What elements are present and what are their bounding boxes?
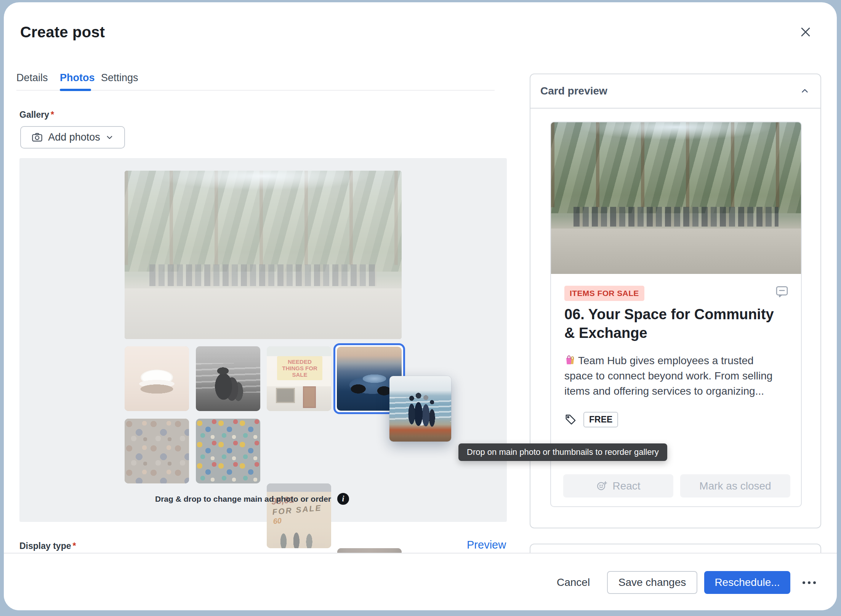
drag-tooltip: Drop on main photo or thumbnails to reor…	[458, 443, 667, 461]
card-photo	[551, 122, 801, 274]
thumbnail-secondhand-bags[interactable]	[125, 419, 189, 483]
tag-icon	[564, 413, 577, 426]
close-icon[interactable]	[796, 22, 815, 42]
required-asterisk: *	[71, 541, 76, 551]
add-photos-button[interactable]: Add photos	[20, 126, 125, 149]
tab-details[interactable]: Details	[16, 72, 48, 84]
thumbnail-family-beach-bw[interactable]	[196, 346, 260, 411]
mark-as-closed-button[interactable]: Mark as closed	[680, 474, 790, 498]
shopping-bags-icon	[564, 354, 576, 366]
gallery-label: Gallery*	[19, 110, 54, 120]
storefront-sign-text: NEEDED THINGS FOR SALE	[277, 356, 322, 381]
thumbnail-books[interactable]	[125, 346, 189, 411]
thumbnail-padlocks[interactable]	[196, 419, 260, 483]
info-icon[interactable]: i	[337, 493, 349, 505]
bottles	[273, 531, 325, 548]
active-tab-indicator	[60, 89, 91, 91]
tab-settings[interactable]: Settings	[101, 72, 138, 84]
chevron-down-icon	[105, 133, 114, 142]
tab-photos[interactable]: Photos	[60, 72, 95, 84]
card-preview-title: Card preview	[540, 85, 607, 97]
price-row: FREE	[564, 412, 618, 427]
gallery-main-photo[interactable]	[125, 171, 402, 339]
cancel-button[interactable]: Cancel	[549, 571, 598, 594]
price-badge: FREE	[583, 412, 618, 427]
storefront-door	[303, 386, 316, 408]
card-preview-header[interactable]: Card preview	[530, 74, 820, 109]
chevron-up-icon[interactable]	[800, 86, 810, 96]
page-title: Create post	[20, 24, 105, 41]
camera-icon	[31, 131, 43, 143]
save-changes-button[interactable]: Save changes	[607, 571, 697, 594]
display-type-label: Display type*	[19, 541, 76, 551]
storefront-window	[276, 388, 295, 403]
drag-drop-caption-row: Drag & drop to change main ad photo or o…	[155, 493, 349, 505]
card-description: Team Hub gives employees a trusted space…	[564, 353, 781, 399]
required-asterisk: *	[49, 110, 54, 120]
more-options-icon[interactable]	[797, 571, 821, 594]
drag-drop-caption: Drag & drop to change main ad photo or o…	[155, 494, 331, 504]
react-button[interactable]: React	[563, 474, 673, 498]
add-reaction-icon	[596, 480, 608, 492]
create-post-modal: Create post Details Photos Settings Gall…	[4, 2, 837, 610]
reschedule-button[interactable]: Reschedule...	[704, 571, 790, 594]
dragged-thumbnail-family-beach[interactable]	[389, 376, 451, 442]
add-photos-label: Add photos	[48, 131, 100, 143]
card-title: 06. Your Space for Community & Exchange	[564, 305, 782, 342]
thumbnail-storefront[interactable]: NEEDED THINGS FOR SALE	[267, 346, 331, 411]
comment-icon	[775, 284, 789, 299]
preview-link[interactable]: Preview	[467, 539, 506, 551]
footer-bar: Cancel Save changes Reschedule...	[4, 553, 837, 610]
category-badge: ITEMS FOR SALE	[564, 286, 644, 301]
